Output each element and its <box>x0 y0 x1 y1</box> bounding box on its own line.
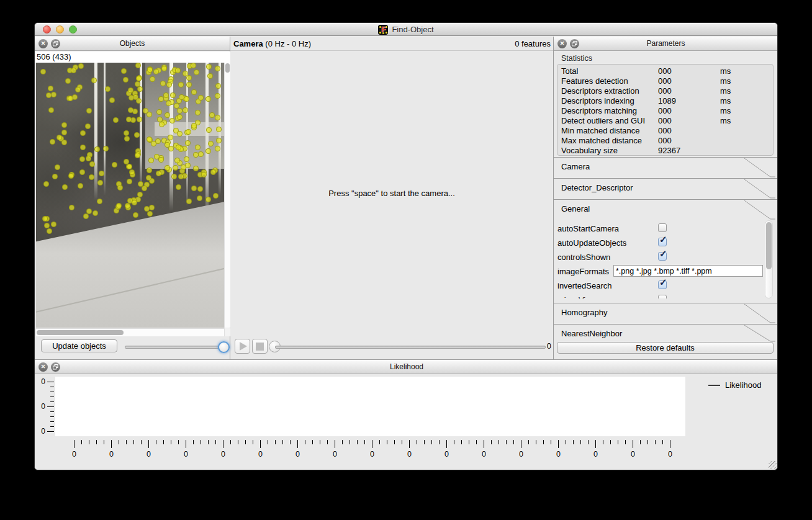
parameter-checkbox[interactable]: ✓ <box>658 280 667 289</box>
stop-button[interactable] <box>252 339 268 354</box>
feature-point <box>78 63 84 69</box>
x-tick-label: 0 <box>480 450 488 459</box>
feature-point <box>61 122 67 128</box>
feature-point <box>135 63 141 68</box>
objects-vertical-scrollbar[interactable] <box>224 63 230 328</box>
objects-size-slider-handle[interactable] <box>218 341 230 353</box>
feature-point <box>97 199 102 204</box>
x-tick-label: 0 <box>145 450 153 459</box>
feature-point <box>86 108 92 114</box>
general-parameters-list: autoStartCameraautoUpdateObjects✓control… <box>554 220 778 298</box>
close-dock-icon[interactable]: ✕ <box>38 39 48 48</box>
x-tick-label: 0 <box>368 450 376 459</box>
feature-point <box>62 184 68 190</box>
feature-point <box>46 92 52 98</box>
feature-point <box>149 205 155 210</box>
parameter-row: controlsShown✓ <box>554 250 778 264</box>
stat-value: 000 <box>658 86 720 96</box>
app-icon: F <box>378 25 388 35</box>
parameter-label: mirrorView <box>557 295 596 298</box>
parameter-text-input[interactable] <box>613 265 763 277</box>
parameter-checkbox[interactable] <box>658 295 667 298</box>
play-button[interactable] <box>235 339 250 354</box>
feature-point <box>215 146 220 151</box>
object-image[interactable] <box>36 63 224 328</box>
scrollbar-corner <box>224 328 230 336</box>
update-objects-button[interactable]: Update objects <box>41 339 117 352</box>
window-resize-grip[interactable] <box>769 461 777 469</box>
camera-header: Camera (0 Hz - 0 Hz) 0 features <box>230 37 553 51</box>
feature-point <box>65 78 71 84</box>
stat-value: 92367 <box>658 146 720 156</box>
statistics-caption: Statistics <box>561 54 592 63</box>
stat-unit <box>720 126 773 136</box>
feature-point <box>48 107 54 113</box>
x-tick-label: 0 <box>592 450 600 459</box>
stat-label: Features detection <box>561 76 658 86</box>
feature-point <box>193 152 199 158</box>
section-tab-nearest-neighbor[interactable]: NearestNeighbor <box>554 324 778 344</box>
likelihood-plot <box>55 377 685 436</box>
feature-point <box>186 82 192 87</box>
feature-point <box>127 179 132 184</box>
close-window-button[interactable] <box>43 25 51 34</box>
camera-title: Camera <box>233 39 263 48</box>
parameter-checkbox[interactable]: ✓ <box>658 238 667 246</box>
parameters-scrollbar[interactable] <box>765 220 773 298</box>
section-tab-label: General <box>561 204 590 213</box>
section-tab-detector-descriptor[interactable]: Detector_Descriptor <box>554 178 778 198</box>
feature-point <box>89 174 94 180</box>
section-tab-camera[interactable]: Camera <box>554 157 778 177</box>
stat-value: 000 <box>658 136 720 146</box>
checkmark-icon: ✓ <box>659 277 667 288</box>
objects-dock-title: Objects <box>120 39 145 48</box>
likelihood-legend: Likelihood <box>708 380 762 390</box>
close-dock-icon[interactable]: ✕ <box>557 39 567 48</box>
feature-point <box>166 82 172 87</box>
feature-point <box>147 67 153 73</box>
feature-point <box>216 138 222 143</box>
close-dock-icon[interactable]: ✕ <box>38 362 48 372</box>
feature-point <box>71 68 76 73</box>
zoom-window-button[interactable] <box>69 25 77 34</box>
feature-point <box>176 184 181 190</box>
float-dock-icon[interactable] <box>51 362 60 372</box>
legend-label: Likelihood <box>725 380 762 390</box>
feature-point <box>154 154 160 159</box>
feature-point <box>117 185 123 191</box>
objects-size-slider[interactable] <box>125 346 224 349</box>
feature-point <box>169 118 175 123</box>
stat-value: 000 <box>658 106 720 116</box>
float-dock-icon[interactable] <box>570 39 579 48</box>
parameter-checkbox[interactable]: ✓ <box>658 252 667 261</box>
title-bar[interactable]: F Find-Object <box>35 23 777 36</box>
minimize-window-button[interactable] <box>56 25 64 34</box>
parameter-checkbox[interactable] <box>658 223 667 232</box>
parameters-dock-header: ✕ Parameters <box>554 37 778 51</box>
feature-point <box>166 101 171 106</box>
feature-point <box>85 123 91 129</box>
section-tab-homography[interactable]: Homography <box>554 303 778 323</box>
feature-point <box>138 181 143 187</box>
feature-point <box>137 117 142 122</box>
float-dock-icon[interactable] <box>51 39 60 48</box>
feature-point <box>69 205 74 210</box>
parameter-label: controlsShown <box>557 253 610 262</box>
parameters-dock: ✕ Parameters Statistics Total000msFeatur… <box>554 37 778 359</box>
x-tick-label: 0 <box>517 450 525 459</box>
feature-point <box>195 145 201 150</box>
feature-point <box>44 223 50 228</box>
restore-defaults-button[interactable]: Restore defaults <box>557 342 774 354</box>
stat-label: Max matched distance <box>561 136 658 146</box>
section-tab-general[interactable]: General <box>554 199 778 219</box>
section-tab-label: Detector_Descriptor <box>561 183 633 192</box>
feature-point <box>92 210 98 216</box>
objects-horizontal-scrollbar[interactable] <box>36 328 224 336</box>
feature-point <box>113 117 119 123</box>
feature-point <box>80 130 86 136</box>
feature-point <box>215 83 221 89</box>
feature-point <box>124 136 130 141</box>
camera-position-slider[interactable] <box>275 346 546 349</box>
x-tick-label: 0 <box>666 450 674 459</box>
legend-line-icon <box>708 385 720 386</box>
